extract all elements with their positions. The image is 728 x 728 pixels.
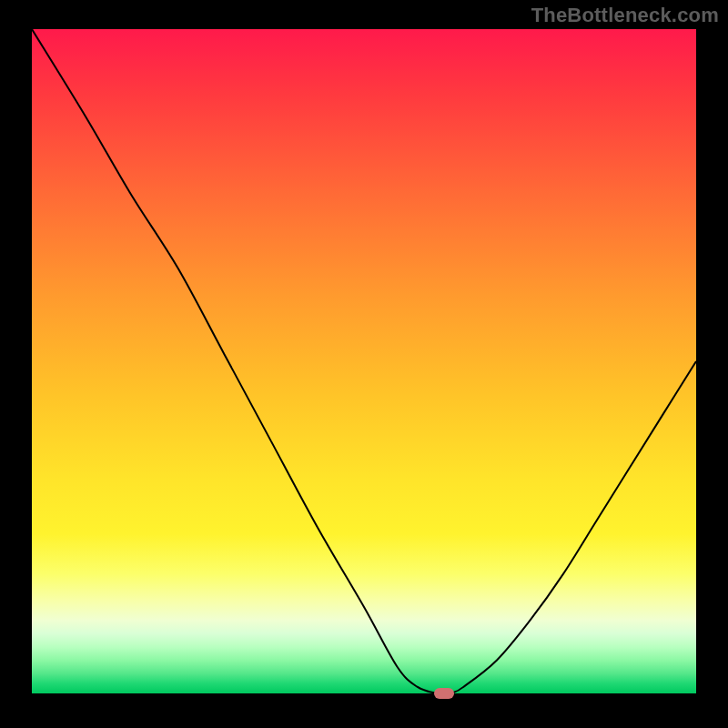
plot-area bbox=[32, 29, 696, 693]
curve-path bbox=[32, 29, 696, 693]
attribution-text: TheBottleneck.com bbox=[531, 4, 719, 27]
optimal-point-marker bbox=[434, 688, 454, 699]
chart-frame: TheBottleneck.com bbox=[0, 0, 728, 728]
bottleneck-curve bbox=[32, 29, 696, 693]
